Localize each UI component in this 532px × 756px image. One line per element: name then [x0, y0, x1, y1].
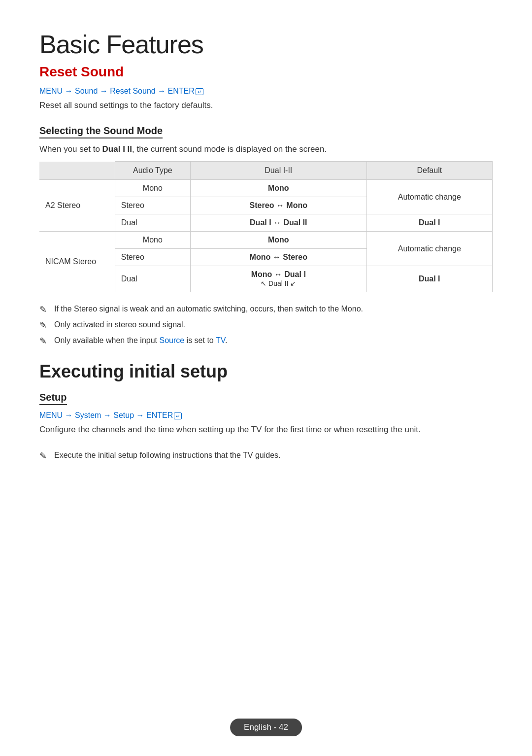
note-text-2: Only activated in stereo sound signal.	[54, 320, 185, 329]
executing-setup-section: Executing initial setup Setup MENU → Sys…	[39, 361, 493, 461]
note-text-3: Only available when the input Source is …	[54, 336, 227, 344]
setup-note-text: Execute the initial setup following inst…	[54, 451, 281, 459]
sound-mode-description: When you set to Dual I II, the current s…	[39, 144, 493, 154]
audio-type-mono: Mono	[115, 180, 190, 197]
nicam-dual-mono: Mono	[191, 232, 367, 249]
audio-type-dual: Dual	[115, 214, 190, 232]
nicam-audio-mono: Mono	[115, 232, 190, 249]
table-header-type	[39, 162, 115, 180]
nicam-dual-stereo: Mono ↔ Stereo	[191, 249, 367, 266]
note-icon-2: ✎	[39, 319, 47, 332]
dual-mono: Mono	[191, 180, 367, 197]
setup-arrow-1: →	[65, 411, 75, 419]
table-row: NICAM Stereo Mono Mono Automatic change	[39, 232, 493, 249]
menu-label: MENU	[39, 87, 63, 95]
setup-note: ✎ Execute the initial setup following in…	[39, 449, 493, 461]
setup-arrow-3: →	[136, 411, 146, 419]
audio-type-stereo: Stereo	[115, 197, 190, 214]
note-item-3: ✎ Only available when the input Source i…	[39, 335, 493, 346]
dual-dual: Dual I ↔ Dual II	[191, 214, 367, 232]
executing-setup-heading: Executing initial setup	[39, 361, 493, 382]
reset-sound-description: Reset all sound settings to the factory …	[39, 101, 493, 110]
setup-arrow-2: →	[103, 411, 113, 419]
setup-enter-label: ENTER↵	[146, 411, 182, 419]
dual-text: Dual I II	[102, 144, 132, 154]
sound-mode-desc-prefix: When you set to	[39, 144, 102, 154]
sound-mode-table: Audio Type Dual I-II Default A2 Stereo M…	[39, 161, 493, 292]
arrow-2: →	[100, 87, 110, 95]
dual-stereo-mono: Stereo ↔ Mono	[191, 197, 367, 214]
sound-link: Sound	[75, 87, 98, 95]
setup-menu-path: MENU → System → Setup → ENTER↵	[39, 411, 493, 420]
sound-mode-desc-suffix: , the current sound mode is displayed on…	[132, 144, 327, 154]
reset-sound-link: Reset Sound	[110, 87, 156, 95]
setup-description: Configure the channels and the time when…	[39, 425, 493, 435]
default-dual-i-1: Dual I	[366, 214, 492, 232]
table-header-dual: Dual I-II	[191, 162, 367, 180]
note-icon-1: ✎	[39, 303, 47, 316]
page-title: Basic Features	[39, 30, 493, 59]
page-footer: English - 42	[230, 719, 302, 736]
setup-subheading: Setup	[39, 392, 67, 405]
nicam-stereo-label: NICAM Stereo	[39, 232, 115, 292]
note-text-1: If the Stereo signal is weak and an auto…	[54, 305, 363, 313]
table-header-default: Default	[366, 162, 492, 180]
nicam-audio-stereo: Stereo	[115, 249, 190, 266]
setup-link: Setup	[113, 411, 134, 419]
system-link: System	[75, 411, 101, 419]
note-icon-3: ✎	[39, 335, 47, 348]
reset-sound-heading: Reset Sound	[39, 64, 493, 80]
setup-menu-label: MENU	[39, 411, 63, 419]
default-auto-change-2: Automatic change	[366, 232, 492, 266]
default-auto-change-1: Automatic change	[366, 180, 492, 214]
note-item-1: ✎ If the Stereo signal is weak and an au…	[39, 303, 493, 315]
arrow-3: →	[158, 87, 167, 95]
arrow-1: →	[65, 87, 75, 95]
enter-label: ENTER↵	[168, 87, 203, 95]
nicam-dual-dual: Mono ↔ Dual I↖ Dual II ↙	[191, 266, 367, 292]
table-row: A2 Stereo Mono Mono Automatic change	[39, 180, 493, 197]
notes-section: ✎ If the Stereo signal is weak and an au…	[39, 303, 493, 346]
nicam-audio-dual: Dual	[115, 266, 190, 292]
reset-sound-menu-path: MENU → Sound → Reset Sound → ENTER↵	[39, 87, 493, 96]
default-dual-i-2: Dual I	[366, 266, 492, 292]
a2-stereo-label: A2 Stereo	[39, 180, 115, 232]
note-item-2: ✎ Only activated in stereo sound signal.	[39, 319, 493, 331]
table-header-audio-type: Audio Type	[115, 162, 190, 180]
setup-note-icon: ✎	[39, 449, 47, 463]
selecting-sound-mode-heading: Selecting the Sound Mode	[39, 125, 163, 138]
